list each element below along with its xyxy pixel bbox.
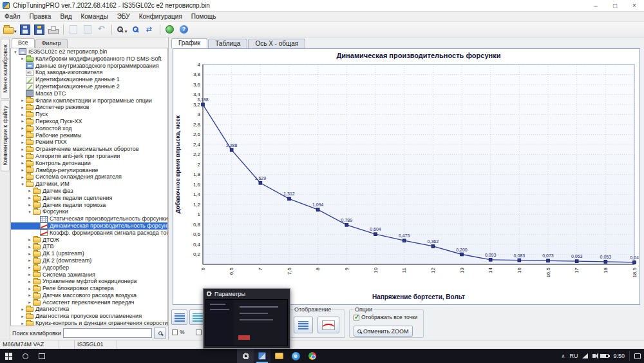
tree-expanded-arrow-icon[interactable] [13,48,18,56]
taskbar-preview-flyout[interactable]: Параметры [203,288,290,349]
tree-item[interactable]: Данные внутризаводского программирования [11,63,167,70]
tree-item[interactable]: Режим ПХХ [11,139,167,146]
side-tab-2[interactable]: Комментарии к файлу [1,100,10,172]
tree-collapsed-arrow-icon[interactable] [20,320,25,326]
tree-item[interactable]: Пуск [11,111,167,118]
tree-item[interactable]: Алгоритм anti-jerk при трогании [11,153,167,160]
tree-tab-Фильтр[interactable]: Фильтр [35,39,68,48]
tree-item[interactable]: Рабочие режимы [11,132,167,139]
network-icon[interactable] [582,353,588,358]
clock[interactable]: 9:50 [613,353,625,359]
percent-checkbox[interactable] [172,329,178,335]
tree-item[interactable]: ДК 1 (upstream) [11,250,167,257]
tree-item[interactable]: Ограничение максимальных оборотов [11,146,167,153]
tree-expanded-arrow-icon[interactable] [20,181,25,188]
view-mode-button-1[interactable] [171,309,187,325]
search-go-button[interactable] [154,328,166,338]
tree-item[interactable]: Статическая производительность форсунки [11,215,167,222]
menu-item-5[interactable]: ЭБУ [113,12,135,21]
injector-flow-chart[interactable]: 0,20,40,60,811,21,41,61,822,22,42,62,833… [173,49,641,304]
menu-item-7[interactable]: Помощь [187,12,221,21]
minimize-button[interactable]: – [586,0,605,11]
tree-item[interactable]: Идентификационные данные 2 [11,83,167,90]
tree-item[interactable]: Ассистент переключения передач [11,299,167,306]
maximize-button[interactable]: □ [605,0,625,11]
tree-item[interactable]: Датчик фаз [11,188,167,195]
tree-item[interactable]: Код завода-изготовителя [11,69,167,76]
help-button[interactable] [178,23,191,36]
file-explorer-button[interactable] [270,349,287,363]
open-file-button[interactable] [3,23,17,36]
view-tab-Таблица[interactable]: Таблица [208,39,247,48]
view-tab-Ось X - общая[interactable]: Ось X - общая [248,39,305,48]
close-button[interactable]: × [625,0,644,11]
calibration-tree[interactable]: IS35GL02c e2 петровиспр.binКалибровки мо… [10,48,168,326]
tree-item[interactable]: Переход Пуск-XX [11,118,167,125]
tree-item[interactable]: Диагностика [11,306,167,313]
tree-expanded-arrow-icon[interactable] [27,208,32,216]
tree-item[interactable]: Калибровки модифицированного ПО SMS-Soft [11,55,167,63]
settings-button[interactable] [237,349,254,363]
zoom-button[interactable] [115,23,128,36]
tree-collapsed-arrow-icon[interactable] [27,299,32,306]
notification-center-icon[interactable] [634,353,641,359]
tree-item[interactable]: Датчик массового расхода воздуха [11,292,167,299]
tree-item[interactable]: Датчики, ИМ [11,181,167,188]
tree-item[interactable]: Динамическая производительность форсунки [11,222,167,230]
language-indicator[interactable]: RU [569,353,578,359]
show-all-points-checkbox[interactable] [354,315,359,320]
menu-item-3[interactable]: Вид [55,12,76,21]
find-button[interactable] [129,23,142,36]
tree-item[interactable]: Реле блокировки стартера [11,285,167,292]
search-taskbar-button[interactable] [17,349,33,363]
preview-thumbnail[interactable] [205,299,288,346]
speaker-icon[interactable] [592,354,596,358]
hidden-icons-chevron-icon[interactable]: ∧ [562,353,565,359]
battery-icon[interactable] [600,354,609,358]
compare-button[interactable] [144,23,156,36]
tree-item[interactable]: ДТОЖ [11,237,167,244]
menu-item-4[interactable]: Команды [76,12,112,21]
tree-item[interactable]: Диагностика пропусков воспламенения [11,313,167,320]
menu-item-6[interactable]: Конфигурация [135,12,187,21]
tree-item[interactable]: Идентификационные данные 1 [11,76,167,83]
calibration-search-input[interactable] [63,328,152,338]
save-button[interactable] [19,23,32,36]
view-tab-График[interactable]: График [171,38,207,48]
sync-button[interactable] [164,23,176,36]
print-button[interactable] [47,23,60,36]
chrome-button[interactable] [304,349,321,363]
tree-item[interactable]: Маска DTC [11,90,167,97]
tree-item[interactable]: Система зажигания [11,271,167,279]
tree-item[interactable]: Управление муфтой кондиционера [11,278,167,285]
tree-item[interactable]: ДК 2 (downstream) [11,257,167,264]
task-view-button[interactable] [33,349,50,363]
tree-item[interactable]: Датчик педали сцепления [11,195,167,202]
threed-checkbox[interactable] [196,329,202,335]
tree-item[interactable]: Лямбда-регулирование [11,167,167,174]
menu-item-1[interactable]: Файл [0,12,25,21]
tree-collapsed-arrow-icon[interactable] [20,55,25,63]
tree-item[interactable]: Адсорбер [11,264,167,271]
start-button[interactable] [0,349,17,363]
tree-item[interactable]: Контроль детонации [11,160,167,167]
dropdown-arrow-icon[interactable] [124,24,128,35]
tree-item[interactable]: Диспетчер режимов [11,104,167,111]
tree-item[interactable]: Форсунки [11,208,167,215]
tree-item[interactable]: Датчик педали тормоза [11,202,167,209]
tree-item[interactable]: Коэфф. формирования сигнала расхода топл… [11,230,167,237]
tree-item[interactable]: Система охлаждения двигателя [11,173,167,181]
tree-item[interactable]: IS35GL02c e2 петровиспр.bin [11,48,167,55]
save-as-button[interactable] [33,23,46,36]
dropdown-arrow-icon[interactable] [14,24,17,35]
display-curve-button[interactable] [317,317,339,333]
display-lines-button[interactable] [294,317,313,333]
tree-item[interactable]: Круиз-контроль и функция ограничения ско… [11,320,167,326]
menu-item-2[interactable]: Правка [25,12,56,21]
tree-item[interactable]: Флаги комплектации и программные опции [11,97,167,104]
side-tab-1[interactable]: Меню калибровок [1,39,10,99]
chiptuning-button[interactable] [254,349,270,363]
undo-zoom-button[interactable]: Отменить ZOOM [354,326,413,337]
tree-item[interactable]: ДТВ [11,243,167,250]
tree-item[interactable]: Холостой ход [11,125,167,132]
